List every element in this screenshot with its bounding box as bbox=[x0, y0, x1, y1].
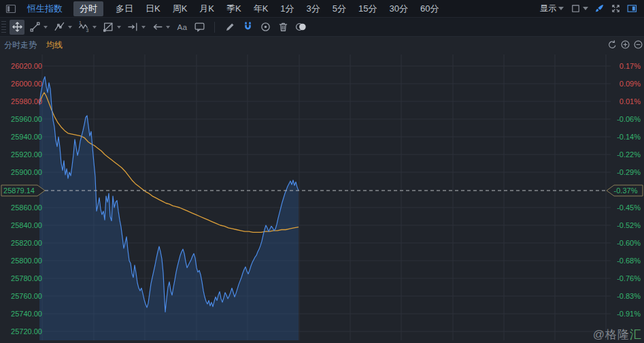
percent-label: 0.01% bbox=[611, 97, 641, 105]
svg-text:1: 1 bbox=[79, 21, 82, 25]
pencil-icon bbox=[224, 21, 236, 33]
tool-magnet[interactable] bbox=[240, 20, 255, 35]
tool-arrow-left[interactable] bbox=[150, 20, 165, 35]
svg-text:3: 3 bbox=[86, 28, 88, 33]
brush-icon[interactable] bbox=[594, 3, 605, 14]
display-menu[interactable]: 显示 bbox=[540, 3, 564, 14]
comment-icon bbox=[194, 21, 205, 33]
chevron-down-icon bbox=[583, 7, 588, 10]
chevron-down-icon[interactable] bbox=[117, 26, 121, 29]
tab-period-3[interactable]: 周K bbox=[173, 3, 188, 15]
price-label: 25940.00 bbox=[4, 133, 42, 141]
percent-label: -0.22% bbox=[611, 150, 641, 159]
percent-label: -0.83% bbox=[611, 292, 641, 300]
percent-label: 0.09% bbox=[611, 80, 641, 88]
price-label: 25980.00 bbox=[4, 97, 42, 105]
zoom-out-icon[interactable] bbox=[633, 39, 643, 50]
chevron-down-icon[interactable] bbox=[141, 26, 146, 29]
symbol-name[interactable]: 恒生指数 bbox=[27, 3, 63, 15]
move-icon bbox=[12, 21, 23, 33]
legend-item-0[interactable]: 分时走势 bbox=[4, 39, 37, 51]
tab-period-8[interactable]: 3分 bbox=[307, 3, 320, 15]
percent-label: -0.60% bbox=[611, 239, 641, 247]
expand-icon[interactable] bbox=[611, 3, 621, 14]
text-icon: Aa bbox=[176, 21, 188, 33]
price-label: 25760.00 bbox=[4, 292, 42, 300]
tool-move[interactable] bbox=[10, 20, 24, 35]
price-label: 25740.00 bbox=[4, 310, 42, 318]
tab-period-7[interactable]: 1分 bbox=[280, 3, 294, 15]
percent-label: -0.45% bbox=[611, 203, 641, 212]
tool-comment[interactable] bbox=[192, 20, 207, 35]
tab-period-10[interactable]: 15分 bbox=[358, 3, 377, 15]
shape-square-icon[interactable] bbox=[571, 3, 581, 14]
wave-icon: 31 bbox=[78, 21, 90, 33]
tool-pencil[interactable] bbox=[222, 20, 237, 35]
tab-period-2[interactable]: 日K bbox=[146, 3, 160, 15]
watermark: @格隆汇 bbox=[593, 327, 642, 342]
chevron-down-icon[interactable] bbox=[68, 26, 72, 29]
legend-bar: 分时走势均线 bbox=[0, 37, 644, 53]
tool-wave[interactable]: 31 bbox=[76, 20, 91, 35]
layout-icon[interactable] bbox=[5, 3, 16, 14]
tab-period-1[interactable]: 多日 bbox=[116, 3, 133, 15]
tool-contrast[interactable] bbox=[293, 20, 308, 35]
tab-period-12[interactable]: 60分 bbox=[420, 3, 439, 15]
chevron-down-icon[interactable] bbox=[44, 26, 48, 29]
price-label: 25840.00 bbox=[4, 221, 42, 229]
percent-label: -0.76% bbox=[611, 274, 641, 282]
chevron-down-icon bbox=[558, 7, 564, 10]
tool-text[interactable]: Aa bbox=[174, 20, 189, 35]
tab-period-4[interactable]: 月K bbox=[199, 3, 214, 15]
tab-period-5[interactable]: 季K bbox=[226, 3, 241, 15]
undo-icon[interactable] bbox=[607, 39, 617, 50]
tool-trash[interactable] bbox=[275, 20, 290, 35]
percent-label: -0.29% bbox=[611, 168, 641, 176]
percent-label: -0.91% bbox=[611, 310, 641, 318]
chevron-down-icon[interactable] bbox=[92, 26, 97, 29]
percent-label: -0.68% bbox=[611, 257, 641, 265]
contrast-icon bbox=[295, 21, 307, 33]
tool-target[interactable] bbox=[258, 20, 273, 35]
svg-text:25879.14: 25879.14 bbox=[3, 186, 35, 195]
measure-icon bbox=[127, 21, 139, 33]
trendline-icon bbox=[29, 21, 41, 33]
price-label: 25860.00 bbox=[4, 203, 42, 212]
tab-period-6[interactable]: 年K bbox=[254, 3, 269, 15]
tool-pattern[interactable] bbox=[101, 20, 116, 35]
tool-channel[interactable] bbox=[52, 20, 67, 35]
tab-period-11[interactable]: 30分 bbox=[390, 3, 408, 15]
topbar-right-cluster: 显示 bbox=[540, 3, 637, 14]
toolbar-drag-handle[interactable] bbox=[1, 21, 6, 33]
tab-period-9[interactable]: 5分 bbox=[333, 3, 346, 15]
magnet-icon bbox=[242, 21, 254, 33]
tool-measure[interactable] bbox=[125, 20, 140, 35]
chevron-down-icon[interactable] bbox=[166, 26, 170, 29]
panel-icon[interactable] bbox=[627, 3, 637, 14]
display-menu-label: 显示 bbox=[540, 3, 556, 14]
price-label: 26020.00 bbox=[4, 62, 42, 70]
price-label: 25800.00 bbox=[4, 257, 42, 265]
period-tab-strip: 分时多日日K周K月K季K年K1分3分5分15分30分60分 bbox=[73, 1, 439, 16]
trash-icon bbox=[277, 21, 289, 33]
tool-trendline[interactable] bbox=[27, 20, 42, 35]
percent-label: -0.14% bbox=[611, 133, 641, 141]
svg-text:-0.37%: -0.37% bbox=[614, 186, 638, 195]
toolbar-separator bbox=[214, 22, 215, 33]
tab-period-0[interactable]: 分时 bbox=[73, 1, 103, 16]
zoom-in-icon[interactable] bbox=[620, 39, 630, 50]
price-label: 25720.00 bbox=[4, 327, 42, 336]
percent-label: 0.17% bbox=[611, 62, 641, 70]
price-label: 25920.00 bbox=[4, 150, 42, 159]
drawing-toolbar: 31Aa bbox=[0, 18, 644, 37]
target-icon bbox=[260, 21, 271, 33]
svg-text:Aa: Aa bbox=[177, 22, 187, 31]
channel-icon bbox=[54, 21, 65, 33]
arrow-left-icon bbox=[152, 21, 163, 33]
pattern-icon bbox=[103, 21, 114, 33]
price-label: 25960.00 bbox=[4, 115, 42, 123]
legend-item-1[interactable]: 均线 bbox=[46, 39, 63, 51]
price-label: 26000.00 bbox=[4, 80, 42, 88]
trading-chart-app: 25879.14-0.37% 恒生指数 分时多日日K周K月K季K年K1分3分5分… bbox=[0, 0, 644, 343]
price-label: 25900.00 bbox=[4, 168, 42, 176]
